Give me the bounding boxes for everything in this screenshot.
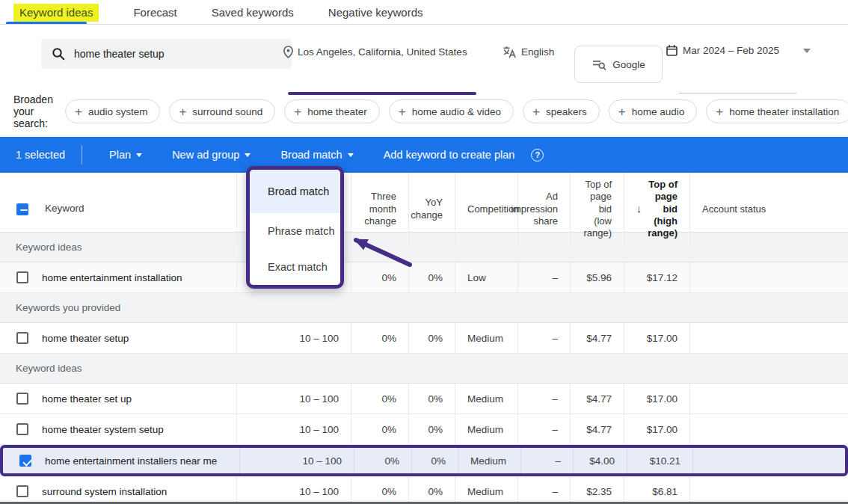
add-keyword-button[interactable]: Add keyword to create plan <box>369 149 530 161</box>
table-row[interactable]: surround system installation10 – 1000%0%… <box>0 476 848 504</box>
new-ad-group-label: New ad group <box>172 149 239 161</box>
avg-cell: 10 – 100 <box>237 476 351 504</box>
row-checkbox[interactable] <box>16 332 28 344</box>
tab-forecast[interactable]: Forecast <box>133 6 176 19</box>
location-label: Los Angeles, California, United States <box>298 46 467 58</box>
top-high-cell: $6.81 <box>624 476 690 504</box>
match-option-broad-match[interactable]: Broad match <box>250 170 340 213</box>
match-option-exact-match[interactable]: Exact match <box>250 249 340 285</box>
table-row[interactable]: home theater set up10 – 1000%0%Medium–$4… <box>0 384 848 414</box>
section-row: Keywords you provided <box>0 293 848 323</box>
chevron-down-icon <box>245 153 251 157</box>
row-checkbox[interactable] <box>16 271 28 283</box>
tab-bar: Keyword ideas Forecast Saved keywords Ne… <box>0 0 848 25</box>
competition-cell: Medium <box>455 323 518 353</box>
competition-cell: Medium <box>458 448 521 473</box>
top-low-cell: $4.77 <box>571 384 624 414</box>
account-status-cell <box>690 384 848 414</box>
top-high-cell: $17.12 <box>624 262 690 292</box>
header-top-page-bid-low[interactable]: Top of page bid (low range) <box>571 173 624 245</box>
header-three-month-change[interactable]: Three month change <box>351 173 409 245</box>
broaden-chip[interactable]: +audio system <box>65 99 160 123</box>
help-icon[interactable]: ? <box>531 149 544 162</box>
plan-menu-button[interactable]: Plan <box>94 149 157 161</box>
row-checkbox[interactable] <box>16 423 28 435</box>
row-checkbox[interactable] <box>16 393 28 405</box>
account-status-cell <box>693 448 845 473</box>
header-account-status[interactable]: Account status <box>690 173 848 245</box>
bulk-action-toolbar: 1 selected Plan New ad group Broad match… <box>0 137 848 173</box>
section-label: Keyword ideas <box>16 242 82 253</box>
table-row[interactable]: home entertainment installers near me10 … <box>0 445 848 476</box>
three-month-cell: 0% <box>351 476 409 504</box>
broaden-chip[interactable]: +home theater installation <box>706 99 848 123</box>
header-keyword-label: Keyword <box>45 203 85 215</box>
row-checkbox[interactable] <box>16 485 28 497</box>
ad-impression-cell: – <box>518 476 571 504</box>
location-annotation-underline <box>288 92 476 95</box>
ad-impression-cell: – <box>518 323 571 353</box>
plus-icon: + <box>179 105 186 118</box>
top-low-cell: $5.96 <box>571 262 624 292</box>
keyword-search-box[interactable] <box>41 39 292 69</box>
sort-descending-icon: ↓ <box>636 202 642 216</box>
table-row[interactable]: home theater setup10 – 1000%0%Medium–$4.… <box>0 323 848 354</box>
broaden-chip-label: home theater installation <box>729 106 839 117</box>
three-month-cell: 0% <box>351 384 409 414</box>
broaden-chip[interactable]: +home audio & video <box>389 99 514 123</box>
avg-cell: 10 – 100 <box>237 384 351 414</box>
add-keyword-label: Add keyword to create plan <box>384 149 515 161</box>
three-month-cell: 0% <box>354 448 412 473</box>
keyword-text: home entertainment installation <box>42 272 182 283</box>
language-label: English <box>521 46 554 58</box>
network-filter-button[interactable]: Google <box>574 46 663 83</box>
top-low-cell: $4.77 <box>571 414 624 444</box>
broaden-chip[interactable]: +surround sound <box>169 99 275 123</box>
date-range-picker[interactable]: Mar 2024 – Feb 2025 <box>666 44 811 57</box>
calendar-icon <box>666 44 678 57</box>
account-status-cell <box>690 262 848 292</box>
header-ad-impression-share[interactable]: Ad impression share <box>518 173 571 245</box>
account-status-cell <box>690 476 848 504</box>
keyword-text: surround system installation <box>42 486 167 497</box>
top-high-cell: $17.00 <box>624 414 690 444</box>
section-label: Keywords you provided <box>16 302 120 313</box>
network-label: Google <box>612 59 645 70</box>
keyword-cell: surround system installation <box>0 476 237 504</box>
header-competition[interactable]: Competition <box>455 173 518 245</box>
header-yoy-change[interactable]: YoY change <box>409 173 455 245</box>
broaden-chip[interactable]: +home theater <box>284 99 380 123</box>
new-ad-group-menu-button[interactable]: New ad group <box>157 149 265 161</box>
tab-keyword-ideas[interactable]: Keyword ideas <box>13 6 99 19</box>
yoy-cell: 0% <box>409 262 455 292</box>
broaden-chip-label: home audio & video <box>412 106 501 117</box>
keyword-planner-page: Keyword ideas Forecast Saved keywords Ne… <box>0 0 848 504</box>
keyword-text: home theater set up <box>42 393 132 405</box>
location-pin-icon <box>283 46 294 58</box>
match-option-label: Exact match <box>268 261 328 273</box>
ad-impression-cell: – <box>521 448 574 473</box>
row-checkbox[interactable] <box>19 455 31 467</box>
ad-impression-cell: – <box>518 384 571 414</box>
keyword-cell: home theater set up <box>0 384 237 414</box>
match-option-phrase-match[interactable]: Phrase match <box>250 213 340 249</box>
table-row[interactable]: home theater system setup10 – 1000%0%Med… <box>0 414 848 445</box>
language-filter[interactable]: English <box>503 46 554 58</box>
search-input[interactable] <box>74 48 268 60</box>
table-row[interactable]: home entertainment installation0%0%Low–$… <box>0 262 848 293</box>
top-low-cell: $2.35 <box>571 476 624 504</box>
table-body: Keyword ideashome entertainment installa… <box>0 233 848 504</box>
competition-cell: Medium <box>455 384 518 414</box>
account-status-cell <box>690 323 848 353</box>
location-filter[interactable]: Los Angeles, California, United States <box>283 46 467 58</box>
tab-negative-keywords[interactable]: Negative keywords <box>328 6 423 19</box>
broaden-chip[interactable]: +home audio <box>609 99 698 123</box>
match-type-menu-button[interactable]: Broad match <box>265 149 368 161</box>
header-top-page-bid-high[interactable]: ↓ Top of page bid (high range) <box>624 173 690 245</box>
date-range-label: Mar 2024 – Feb 2025 <box>683 45 779 56</box>
broaden-chip[interactable]: +speakers <box>523 99 600 123</box>
tab-saved-keywords-label: Saved keywords <box>212 6 294 19</box>
tab-forecast-label: Forecast <box>133 6 176 19</box>
tab-saved-keywords[interactable]: Saved keywords <box>212 6 294 19</box>
select-all-checkbox[interactable] <box>16 203 28 215</box>
